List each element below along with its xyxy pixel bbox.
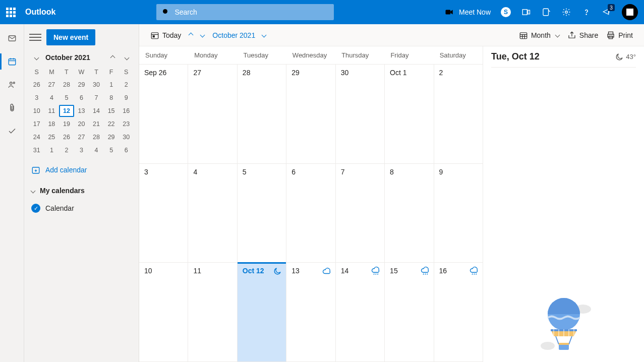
svg-rect-48 [559,343,569,345]
mini-day-cell[interactable]: 30 [89,79,104,91]
mini-day-cell[interactable]: 9 [119,92,134,104]
mini-day-cell[interactable]: 11 [44,105,60,117]
video-icon [445,8,454,17]
people-module-icon[interactable] [7,80,17,90]
mini-next-month-icon[interactable] [122,52,132,63]
mini-day-cell[interactable]: 30 [119,131,134,143]
my-calendars-toggle[interactable]: My calendars [28,178,135,199]
mini-day-cell[interactable]: 31 [29,144,44,156]
mini-day-cell[interactable]: 27 [74,131,89,143]
add-calendar-button[interactable]: Add calendar [28,156,135,178]
mini-day-cell[interactable]: 4 [44,92,60,104]
view-switch-button[interactable]: Month [515,28,563,43]
skype-icon[interactable]: S [501,7,511,17]
next-period-button[interactable] [197,30,208,40]
share-button[interactable]: Share [563,28,602,43]
mini-day-cell[interactable]: 28 [59,79,74,91]
svg-point-13 [10,82,12,85]
mini-day-cell[interactable]: 3 [74,144,89,156]
svg-point-7 [586,14,587,15]
mini-day-cell[interactable]: 28 [89,131,104,143]
day-cell[interactable]: Sep 26 [139,65,188,163]
prev-period-button[interactable] [185,30,197,40]
day-cell[interactable]: Oct 1 [385,65,434,163]
mini-day-cell[interactable]: 2 [59,144,74,156]
weather-summary[interactable]: 43° [615,52,636,62]
calendar-module-icon[interactable] [7,56,17,67]
mini-day-cell[interactable]: 27 [44,79,60,91]
notifications-icon[interactable]: 3 [602,7,612,17]
print-button[interactable]: Print [602,28,637,43]
mini-day-cell[interactable]: 17 [29,118,44,130]
mini-day-cell[interactable]: 23 [119,118,134,130]
mini-day-cell[interactable]: 1 [104,79,119,91]
day-cell[interactable]: Oct 12 [238,263,286,361]
day-cell[interactable]: 30 [336,65,385,163]
search-input[interactable] [174,8,329,16]
mini-day-cell[interactable]: 21 [89,118,104,130]
day-cell[interactable]: 6 [286,164,335,263]
account-avatar[interactable] [622,4,638,20]
day-cell[interactable]: 16 [434,263,483,361]
mini-day-cell[interactable]: 24 [29,131,44,143]
mini-day-cell[interactable]: 22 [104,118,119,130]
day-cell[interactable]: 4 [188,164,237,263]
teams-icon[interactable] [521,7,531,17]
search-box[interactable] [156,4,334,20]
mini-day-cell[interactable]: 25 [44,131,60,143]
mini-day-cell[interactable]: 26 [29,79,44,91]
mini-day-cell[interactable]: 13 [74,105,89,117]
mini-prev-month-icon[interactable] [107,52,118,63]
mini-day-cell[interactable]: 16 [119,105,134,117]
mini-day-cell[interactable]: 7 [89,92,104,104]
day-cell[interactable]: 27 [188,65,237,163]
mini-day-cell[interactable]: 29 [74,79,89,91]
new-event-button[interactable]: New event [46,29,95,45]
mini-collapse-icon[interactable] [31,52,41,63]
mini-day-cell[interactable]: 18 [44,118,60,130]
mini-day-cell[interactable]: 12 [59,105,74,117]
todo-module-icon[interactable] [7,126,17,136]
mini-day-cell[interactable]: 19 [59,118,74,130]
mini-day-cell[interactable]: 5 [104,144,119,156]
dow-header: Thursday [335,46,384,64]
mini-day-cell[interactable]: 5 [59,92,74,104]
mini-day-cell[interactable]: 14 [89,105,104,117]
day-cell[interactable]: 11 [188,263,237,361]
day-cell[interactable]: 29 [286,65,335,163]
today-button[interactable]: Today [146,28,185,43]
day-cell[interactable]: 2 [434,65,483,163]
mini-day-cell[interactable]: 10 [29,105,44,117]
mini-day-cell[interactable]: 8 [104,92,119,104]
mini-day-cell[interactable]: 26 [59,131,74,143]
app-launcher-icon[interactable] [6,8,18,17]
day-cell[interactable]: 15 [385,263,434,361]
mail-module-icon[interactable] [7,33,17,43]
mini-day-cell[interactable]: 29 [104,131,119,143]
settings-icon[interactable] [561,7,571,17]
day-cell[interactable]: 10 [139,263,188,361]
day-cell[interactable]: 5 [238,164,286,263]
mini-day-cell[interactable]: 4 [89,144,104,156]
calendar-list-item[interactable]: ✓ Calendar [28,199,135,218]
hamburger-icon[interactable] [29,31,41,43]
mini-day-cell[interactable]: 6 [119,144,134,156]
month-picker-button[interactable]: October 2021 [208,28,270,42]
mini-day-cell[interactable]: 20 [74,118,89,130]
mini-day-cell[interactable]: 15 [104,105,119,117]
day-cell[interactable]: 14 [336,263,385,361]
meet-now-button[interactable]: Meet Now [445,8,491,17]
whats-new-icon[interactable] [541,7,551,17]
day-cell[interactable]: 28 [238,65,286,163]
mini-day-cell[interactable]: 6 [74,92,89,104]
mini-day-cell[interactable]: 3 [29,92,44,104]
mini-day-cell[interactable]: 1 [44,144,60,156]
help-icon[interactable] [581,7,592,17]
day-cell[interactable]: 7 [336,164,385,263]
files-module-icon[interactable] [7,103,17,113]
mini-day-cell[interactable]: 2 [119,79,134,91]
day-cell[interactable]: 9 [434,164,483,263]
day-cell[interactable]: 3 [139,164,188,263]
day-cell[interactable]: 8 [385,164,434,263]
day-cell[interactable]: 13 [286,263,335,361]
